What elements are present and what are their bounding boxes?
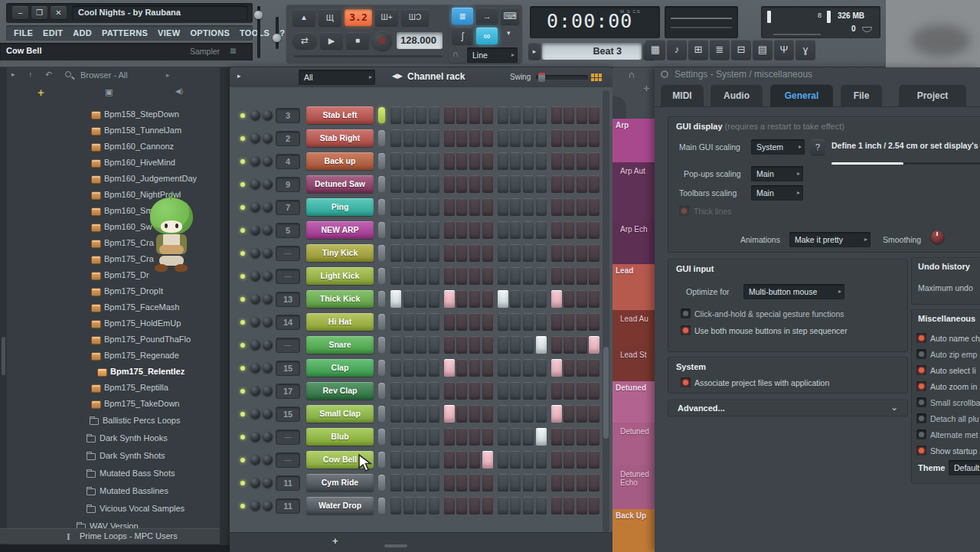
step-button[interactable] — [564, 359, 574, 377]
step-button[interactable] — [456, 313, 467, 331]
step-button[interactable] — [523, 359, 534, 377]
step-button[interactable] — [523, 267, 534, 285]
step-button[interactable] — [536, 497, 547, 514]
channel-button-tiny-kick[interactable]: Tiny Kick — [306, 244, 374, 262]
volume-knob[interactable] — [263, 156, 273, 166]
step-button[interactable] — [403, 198, 414, 216]
channel-button-light-kick[interactable]: Light Kick — [306, 267, 374, 285]
pattern-prev-button[interactable]: ▸ — [528, 43, 541, 60]
chevron-down-icon[interactable]: ▾ — [507, 29, 511, 37]
smoothing-knob[interactable] — [931, 230, 944, 243]
step-button[interactable] — [390, 405, 401, 423]
pan-knob[interactable] — [250, 363, 260, 373]
step-button[interactable] — [403, 152, 414, 170]
theme-dropdown[interactable]: Default — [949, 460, 980, 475]
master-pitch-handle[interactable] — [273, 34, 281, 42]
step-button[interactable] — [536, 267, 547, 285]
step-button[interactable] — [429, 221, 439, 239]
channel-led[interactable] — [240, 389, 245, 394]
step-button[interactable] — [456, 152, 467, 170]
step-button[interactable] — [564, 497, 574, 514]
step-button[interactable] — [510, 244, 521, 262]
step-button[interactable] — [577, 313, 587, 331]
minimize-button[interactable]: – — [12, 6, 28, 19]
option-checkbox[interactable] — [916, 333, 926, 343]
step-button[interactable] — [577, 129, 587, 147]
step-button[interactable] — [510, 267, 521, 285]
playlist-track-detuned[interactable]: Detuned — [612, 381, 655, 423]
rack-hscroll-handle[interactable] — [384, 544, 407, 547]
step-button[interactable] — [498, 405, 508, 423]
step-button[interactable] — [577, 497, 587, 514]
step-button[interactable] — [510, 451, 521, 469]
volume-knob[interactable] — [263, 340, 273, 350]
rack-vscroll-handle[interactable] — [603, 347, 609, 439]
tab-general[interactable]: General — [770, 84, 833, 107]
step-button[interactable] — [469, 313, 480, 331]
tab-midi[interactable]: MIDI — [661, 84, 704, 107]
toggle-step-sequencer-button[interactable]: ⊞ — [688, 40, 708, 60]
step-button[interactable] — [403, 290, 414, 308]
transport-scroll-line[interactable] — [294, 55, 443, 57]
pan-knob[interactable] — [250, 478, 260, 488]
step-button[interactable] — [510, 313, 521, 331]
stop-button[interactable]: ■ — [346, 32, 369, 49]
step-button[interactable] — [510, 106, 521, 124]
volume-knob[interactable] — [263, 248, 273, 258]
step-button[interactable] — [444, 221, 455, 239]
step-button[interactable] — [482, 451, 493, 469]
step-button[interactable] — [444, 129, 455, 147]
channel-mute-pill[interactable] — [378, 314, 385, 330]
step-button[interactable] — [416, 221, 426, 239]
channel-button-hi-hat[interactable]: Hi Hat — [306, 313, 374, 331]
step-button[interactable] — [482, 405, 493, 423]
step-button[interactable] — [429, 175, 439, 193]
step-button[interactable] — [456, 497, 467, 514]
wait-for-input-button[interactable]: Щ — [318, 9, 341, 26]
step-button[interactable] — [403, 405, 414, 423]
pan-knob[interactable] — [250, 455, 260, 465]
step-button[interactable] — [469, 428, 480, 446]
step-button[interactable] — [536, 244, 547, 262]
step-button[interactable] — [469, 451, 480, 469]
step-button[interactable] — [390, 290, 401, 308]
channel-number-display[interactable]: — — [276, 452, 300, 468]
step-button[interactable] — [456, 290, 467, 308]
step-button[interactable] — [456, 451, 467, 469]
step-button[interactable] — [482, 198, 493, 216]
channel-button-blub[interactable]: Blub — [306, 428, 374, 446]
step-button[interactable] — [589, 244, 599, 262]
step-button[interactable] — [551, 198, 562, 216]
option-checkbox[interactable] — [916, 349, 926, 359]
master-pitch-slider[interactable] — [276, 17, 279, 49]
step-button[interactable] — [551, 152, 562, 170]
channel-button-ping[interactable]: Ping — [306, 198, 374, 216]
step-button[interactable] — [416, 152, 426, 170]
next-button[interactable]: → — [476, 8, 498, 24]
step-button[interactable] — [444, 451, 455, 469]
step-button[interactable] — [577, 382, 587, 400]
step-button[interactable] — [564, 382, 574, 400]
step-button[interactable] — [456, 221, 467, 239]
step-button[interactable] — [577, 175, 587, 193]
volume-knob[interactable] — [263, 432, 273, 442]
channel-number-display[interactable]: 3 — [276, 108, 300, 123]
channel-button-detuned-saw[interactable]: Detuned Saw — [306, 175, 374, 193]
step-button[interactable] — [510, 382, 521, 400]
channel-led[interactable] — [240, 251, 245, 256]
step-button[interactable] — [523, 290, 534, 308]
step-button[interactable] — [469, 221, 480, 239]
step-button[interactable] — [523, 336, 534, 354]
animations-dropdown[interactable]: Make it pretty — [789, 232, 871, 247]
step-button[interactable] — [498, 106, 508, 124]
step-button[interactable] — [498, 175, 508, 193]
step-button[interactable] — [482, 244, 493, 262]
step-button[interactable] — [403, 129, 414, 147]
step-button[interactable] — [536, 405, 547, 423]
step-button[interactable] — [498, 428, 508, 446]
step-button[interactable] — [564, 474, 574, 492]
step-button[interactable] — [536, 336, 547, 354]
step-button[interactable] — [551, 451, 562, 469]
step-button[interactable] — [469, 497, 480, 514]
volume-knob[interactable] — [263, 225, 273, 235]
